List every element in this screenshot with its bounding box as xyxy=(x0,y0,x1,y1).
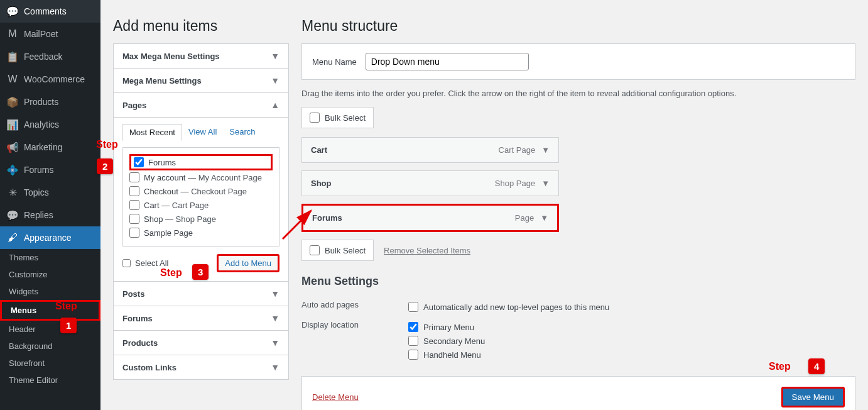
accordion-label: Custom Links xyxy=(122,363,176,372)
submenu-item-theme-editor[interactable]: Theme Editor xyxy=(0,372,100,389)
sidebar-item-products[interactable]: 📦Products xyxy=(0,91,100,113)
sidebar-icon: 💠 xyxy=(6,163,19,176)
delete-menu-link[interactable]: Delete Menu xyxy=(312,392,359,402)
sidebar-icon: 💬 xyxy=(6,209,19,221)
tab-search[interactable]: Search xyxy=(223,124,261,141)
page-checkbox[interactable] xyxy=(129,200,139,210)
menu-item-cart[interactable]: CartCart Page ▼ xyxy=(301,137,559,163)
page-checkbox[interactable] xyxy=(129,214,139,224)
add-to-menu-button[interactable]: Add to Menu xyxy=(217,254,279,272)
page-row-sample-page[interactable]: Sample Page xyxy=(129,226,273,240)
chevron-down-icon[interactable]: ▼ xyxy=(541,179,550,188)
submenu-item-themes[interactable]: Themes xyxy=(0,249,100,266)
sidebar-item-topics[interactable]: ✳Topics xyxy=(0,181,100,204)
bulk-select-checkbox[interactable] xyxy=(310,113,320,123)
display-option-handheld-menu[interactable]: Handheld Menu xyxy=(408,348,485,362)
accordion-label: Max Mega Menu Settings xyxy=(122,52,220,61)
remove-selected-link[interactable]: Remove Selected Items xyxy=(384,246,470,255)
display-location-label: Display location xyxy=(301,320,408,362)
display-option-primary-menu[interactable]: Primary Menu xyxy=(408,320,485,334)
display-option-secondary-menu[interactable]: Secondary Menu xyxy=(408,334,485,348)
accordion-label: Posts xyxy=(122,289,144,299)
sidebar-icon: M xyxy=(6,28,19,40)
submenu-item-widgets[interactable]: Widgets xyxy=(0,283,100,300)
page-checkbox[interactable] xyxy=(129,186,139,196)
select-all-checkbox[interactable] xyxy=(122,259,131,267)
sidebar-icon: 💬 xyxy=(6,5,19,18)
tab-most-recent[interactable]: Most Recent xyxy=(122,124,182,141)
submenu-item-background[interactable]: Background xyxy=(0,338,100,355)
sidebar-item-feedback[interactable]: 📋Feedback xyxy=(0,45,100,68)
step-badge-3: 3 xyxy=(192,264,209,280)
page-checkbox[interactable] xyxy=(129,228,139,238)
bulk-select-bottom[interactable]: Bulk Select xyxy=(301,240,374,261)
page-label: Sample Page xyxy=(144,228,193,238)
accordion-header-products[interactable]: Products▼ xyxy=(114,330,288,355)
submenu-item-menus[interactable]: Menus xyxy=(0,300,100,321)
page-row-cart[interactable]: Cart — Cart Page xyxy=(129,198,273,212)
display-checkbox[interactable] xyxy=(408,336,418,346)
accordion-header-custom-links[interactable]: Custom Links▼ xyxy=(114,355,288,379)
sidebar-item-woocommerce[interactable]: WWooCommerce xyxy=(0,68,100,91)
sidebar-item-analytics[interactable]: 📊Analytics xyxy=(0,113,100,136)
instruction-text: Drag the items into the order you prefer… xyxy=(301,80,855,107)
menu-name-label: Menu Name xyxy=(312,57,357,67)
submenu-item-customize[interactable]: Customize xyxy=(0,266,100,283)
page-checkbox[interactable] xyxy=(129,172,139,182)
sidebar-item-mailpoet[interactable]: MMailPoet xyxy=(0,23,100,45)
sidebar-icon: 🖌 xyxy=(6,231,19,244)
save-menu-button[interactable]: Save Menu xyxy=(781,387,845,407)
page-row-forums[interactable]: Forums xyxy=(129,154,273,170)
accordion-container: Max Mega Menu Settings▼Mega Menu Setting… xyxy=(113,43,289,380)
display-checkbox[interactable] xyxy=(408,322,418,332)
page-label: Checkout — Checkout Page xyxy=(144,187,247,196)
sidebar-icon: 📢 xyxy=(6,141,19,153)
auto-add-checkbox[interactable] xyxy=(408,302,418,312)
sidebar-item-comments[interactable]: 💬Comments xyxy=(0,0,100,23)
footer-row: Delete Menu Save Menu xyxy=(301,376,855,410)
page-row-my-account[interactable]: My account — My Account Page xyxy=(129,170,273,184)
sidebar-label: WooCommerce xyxy=(24,74,85,84)
step-badge-4: 4 xyxy=(808,358,825,374)
accordion-header-pages[interactable]: Pages▲ xyxy=(114,92,288,117)
select-all-label[interactable]: Select All xyxy=(122,258,168,268)
chevron-down-icon[interactable]: ▼ xyxy=(540,213,548,223)
accordion-header-max-mega-menu-settings[interactable]: Max Mega Menu Settings▼ xyxy=(114,44,288,68)
auto-add-text: Automatically add new top-level pages to… xyxy=(423,302,609,312)
submenu-item-header[interactable]: Header xyxy=(0,321,100,338)
menu-item-shop[interactable]: ShopShop Page ▼ xyxy=(301,170,559,196)
display-checkbox[interactable] xyxy=(408,350,418,360)
sidebar-label: Products xyxy=(24,97,58,107)
page-checkbox[interactable] xyxy=(134,157,144,167)
display-label: Secondary Menu xyxy=(423,336,485,346)
caret-icon: ▼ xyxy=(271,313,279,323)
accordion-header-posts[interactable]: Posts▼ xyxy=(114,281,288,306)
page-label: Forums xyxy=(148,158,176,167)
page-row-checkout[interactable]: Checkout — Checkout Page xyxy=(129,184,273,198)
page-row-shop[interactable]: Shop — Shop Page xyxy=(129,212,273,226)
chevron-down-icon[interactable]: ▼ xyxy=(541,145,550,155)
menu-name-input[interactable] xyxy=(366,53,529,70)
step-label-3: Step xyxy=(160,267,182,279)
sidebar-icon: ✳ xyxy=(6,186,19,199)
accordion-label: Products xyxy=(122,338,158,348)
auto-add-option[interactable]: Automatically add new top-level pages to… xyxy=(408,300,609,314)
bulk-select-top[interactable]: Bulk Select xyxy=(301,107,374,128)
step-label-1: Step xyxy=(55,301,77,312)
page-label: My account — My Account Page xyxy=(144,173,262,182)
submenu-item-storefront[interactable]: Storefront xyxy=(0,355,100,372)
caret-icon: ▲ xyxy=(271,100,279,110)
menu-item-forums[interactable]: ForumsPage ▼ xyxy=(301,204,559,232)
bulk-select-checkbox-2[interactable] xyxy=(310,245,320,255)
sidebar-item-marketing[interactable]: 📢Marketing xyxy=(0,136,100,158)
accordion-header-forums[interactable]: Forums▼ xyxy=(114,306,288,330)
bulk-select-label-2: Bulk Select xyxy=(325,246,366,255)
accordion-header-mega-menu-settings[interactable]: Mega Menu Settings▼ xyxy=(114,68,288,92)
sidebar-label: Comments xyxy=(24,6,67,16)
tab-view-all[interactable]: View All xyxy=(182,124,223,141)
sidebar-item-appearance[interactable]: 🖌Appearance xyxy=(0,226,100,249)
bulk-select-label: Bulk Select xyxy=(325,113,366,123)
sidebar-item-replies[interactable]: 💬Replies xyxy=(0,204,100,226)
sidebar-item-forums[interactable]: 💠Forums xyxy=(0,158,100,181)
step-badge-2: 2 xyxy=(97,158,113,174)
